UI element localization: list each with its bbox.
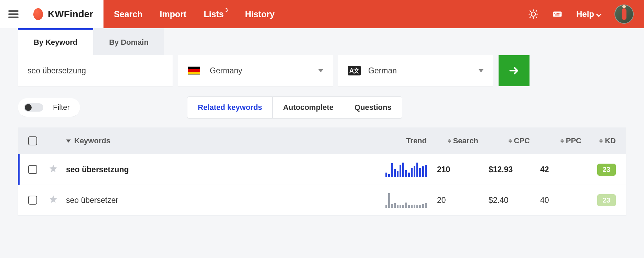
table-row[interactable]: seo übersetzer20$2.404023 xyxy=(18,185,626,216)
svg-rect-2 xyxy=(556,13,557,14)
tab-questions[interactable]: Questions xyxy=(344,97,402,118)
help-menu[interactable]: Help xyxy=(576,9,601,19)
keyboard-icon[interactable] xyxy=(552,9,563,19)
language-select[interactable]: A文 German xyxy=(338,55,493,86)
cell-trend xyxy=(385,193,427,208)
favorite-icon[interactable] xyxy=(49,164,58,173)
chevron-down-icon xyxy=(479,69,483,72)
tab-by-domain[interactable]: By Domain xyxy=(93,28,164,55)
cell-keyword: seo übersetzung xyxy=(66,165,385,174)
results-table: Keywords Trend Search CPC PPC KD seo übe… xyxy=(18,127,626,216)
svg-rect-3 xyxy=(557,13,558,14)
svg-rect-6 xyxy=(555,14,560,16)
svg-rect-0 xyxy=(553,12,561,17)
cell-kd: 23 xyxy=(581,164,616,176)
app-name: KWFinder xyxy=(48,9,93,20)
col-keywords[interactable]: Keywords xyxy=(66,136,385,145)
header-right: Help xyxy=(528,4,644,24)
svg-rect-1 xyxy=(554,13,555,14)
controls-row: Filter Related keywords Autocomplete Que… xyxy=(18,96,626,118)
language-icon: A文 xyxy=(348,66,361,75)
cell-ppc: 42 xyxy=(530,165,581,174)
row-checkbox[interactable] xyxy=(28,165,37,174)
location-select[interactable]: Germany xyxy=(178,55,333,86)
app-logo[interactable]: KWFinder xyxy=(33,8,93,20)
cell-ppc: 40 xyxy=(530,196,581,205)
arrow-right-icon xyxy=(508,65,520,76)
toggle-icon xyxy=(24,103,43,112)
divider xyxy=(27,8,27,20)
cell-keyword: seo übersetzer xyxy=(66,196,385,205)
language-label: German xyxy=(368,66,397,75)
cell-cpc: $2.40 xyxy=(478,196,530,205)
cell-search: 20 xyxy=(427,196,478,205)
app-header: KWFinder Search Import Lists 3 History H… xyxy=(0,0,644,28)
cell-search: 210 xyxy=(427,165,478,174)
row-checkbox[interactable] xyxy=(28,196,37,205)
user-avatar[interactable] xyxy=(614,4,634,24)
filter-label: Filter xyxy=(53,103,70,112)
select-all-checkbox[interactable] xyxy=(28,136,37,145)
search-button[interactable] xyxy=(499,55,530,86)
flag-germany-icon xyxy=(188,66,200,75)
col-ppc[interactable]: PPC xyxy=(530,136,581,145)
result-type-tabs: Related keywords Autocomplete Questions xyxy=(187,96,402,118)
nav-lists-label: Lists xyxy=(204,9,223,19)
search-row: Germany A文 German xyxy=(18,55,626,86)
table-header: Keywords Trend Search CPC PPC KD xyxy=(18,127,626,154)
sort-desc-icon xyxy=(66,140,71,143)
main-nav: Search Import Lists 3 History xyxy=(103,9,528,19)
cell-trend xyxy=(385,162,427,177)
table-row[interactable]: seo übersetzung210$12.934223 xyxy=(18,154,626,185)
nav-lists-badge: 3 xyxy=(225,7,228,13)
tab-autocomplete[interactable]: Autocomplete xyxy=(272,97,344,118)
svg-rect-5 xyxy=(559,13,560,14)
keyword-input[interactable] xyxy=(28,66,163,75)
col-cpc[interactable]: CPC xyxy=(478,136,530,145)
location-label: Germany xyxy=(210,66,242,75)
tab-related-keywords[interactable]: Related keywords xyxy=(187,97,272,118)
help-label: Help xyxy=(576,9,594,19)
header-left: KWFinder xyxy=(0,0,103,28)
nav-search[interactable]: Search xyxy=(114,9,142,19)
keyword-field[interactable] xyxy=(18,55,173,86)
nav-history[interactable]: History xyxy=(245,9,275,19)
col-search[interactable]: Search xyxy=(427,136,478,145)
theme-icon[interactable] xyxy=(528,9,538,19)
favorite-icon[interactable] xyxy=(49,195,58,204)
hamburger-menu-icon[interactable] xyxy=(8,10,19,18)
filter-toggle[interactable]: Filter xyxy=(18,98,80,117)
chevron-down-icon xyxy=(318,69,323,72)
tab-by-keyword[interactable]: By Keyword xyxy=(18,28,93,55)
col-trend[interactable]: Trend xyxy=(385,136,427,145)
nav-lists[interactable]: Lists 3 xyxy=(204,9,228,19)
nav-import[interactable]: Import xyxy=(160,9,187,19)
col-kd[interactable]: KD xyxy=(581,136,616,145)
cell-kd: 23 xyxy=(581,194,616,206)
logo-icon xyxy=(33,8,43,20)
chevron-down-icon xyxy=(596,11,602,17)
cell-cpc: $12.93 xyxy=(478,165,530,174)
search-mode-tabs: By Keyword By Domain xyxy=(18,28,644,55)
svg-rect-4 xyxy=(558,13,559,14)
